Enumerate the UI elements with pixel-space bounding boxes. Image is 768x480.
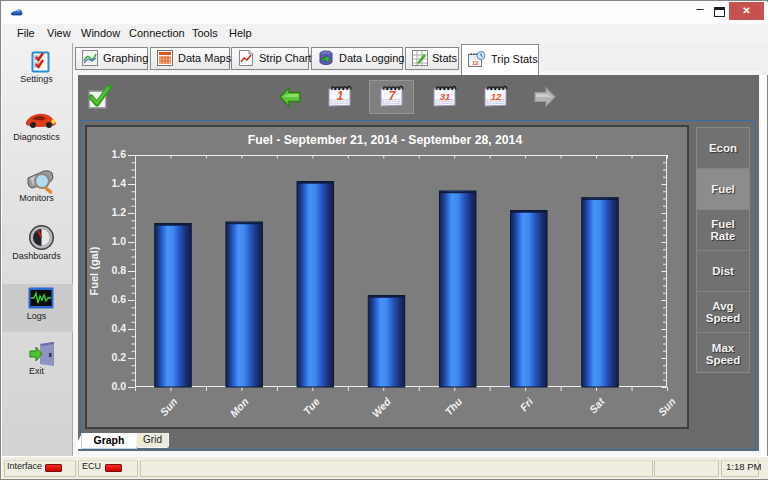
svg-text:1.6: 1.6	[111, 148, 126, 160]
svg-text:1.0: 1.0	[111, 235, 126, 247]
svg-text:0.0: 0.0	[111, 380, 126, 392]
svg-text:31: 31	[440, 91, 451, 102]
svg-text:Sat: Sat	[587, 395, 607, 416]
svg-text:0.8: 0.8	[111, 264, 126, 276]
svg-text:12: 12	[491, 91, 502, 102]
svg-text:Fuel - September 21, 2014 - Se: Fuel - September 21, 2014 - September 28…	[248, 133, 523, 147]
svg-text:0.6: 0.6	[111, 293, 126, 305]
svg-text:Mon: Mon	[227, 395, 250, 419]
svg-text:0.2: 0.2	[111, 351, 126, 363]
svg-text:Thu: Thu	[442, 395, 464, 418]
svg-text:1.2: 1.2	[111, 206, 126, 218]
svg-text:Fri: Fri	[517, 395, 536, 414]
svg-text:Sun: Sun	[655, 395, 677, 418]
svg-text:Tue: Tue	[301, 395, 322, 417]
svg-text:Fuel (gal): Fuel (gal)	[88, 246, 100, 295]
svg-text:Wed: Wed	[369, 395, 393, 420]
svg-text:12: 12	[472, 60, 479, 66]
svg-text:1.4: 1.4	[111, 177, 126, 189]
svg-text:0.4: 0.4	[111, 322, 126, 334]
svg-text:Sun: Sun	[157, 395, 179, 418]
svg-text:1: 1	[337, 89, 344, 103]
